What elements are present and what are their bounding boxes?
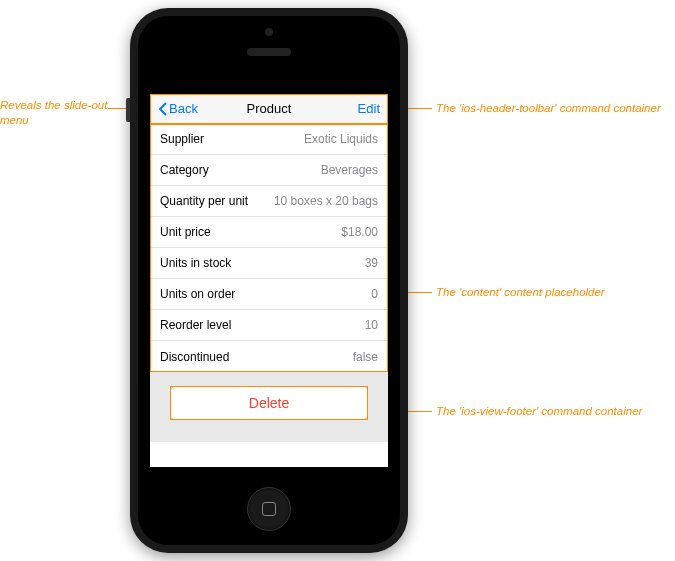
annotation-content: The 'content' content placeholder [436, 285, 605, 300]
ios-view-footer: Delete [150, 372, 388, 442]
annotation-footer: The 'ios-view-footer' command container [436, 404, 642, 419]
field-label: Units on order [160, 287, 235, 301]
field-value: 10 boxes x 20 bags [274, 194, 378, 208]
annotation-toolbar: The 'ios-header-toolbar' command contain… [436, 101, 661, 116]
back-button[interactable]: Back [158, 101, 198, 116]
delete-button[interactable]: Delete [170, 386, 368, 420]
field-value: Exotic Liquids [304, 132, 378, 146]
field-label: Quantity per unit [160, 194, 248, 208]
list-item: Units in stock 39 [150, 248, 388, 279]
list-item: Category Beverages [150, 155, 388, 186]
list-item: Discontinued false [150, 341, 388, 372]
field-value: 10 [365, 318, 378, 332]
camera-icon [265, 28, 273, 36]
screen: Back Product Edit Supplier Exotic Liquid… [150, 94, 388, 467]
annotation-back: Reveals the slide-out menu [0, 98, 115, 128]
field-value: 0 [371, 287, 378, 301]
list-item: Quantity per unit 10 boxes x 20 bags [150, 186, 388, 217]
home-icon [262, 502, 276, 516]
page-title: Product [247, 101, 292, 116]
chevron-left-icon [158, 102, 167, 116]
ios-header-toolbar: Back Product Edit [150, 94, 388, 124]
field-value: $18.00 [341, 225, 378, 239]
field-label: Discontinued [160, 350, 229, 364]
field-label: Category [160, 163, 209, 177]
list-item: Unit price $18.00 [150, 217, 388, 248]
list-item: Units on order 0 [150, 279, 388, 310]
field-label: Units in stock [160, 256, 231, 270]
field-label: Reorder level [160, 318, 231, 332]
back-label: Back [169, 101, 198, 116]
field-value: false [353, 350, 378, 364]
speaker-icon [247, 48, 291, 56]
field-label: Unit price [160, 225, 211, 239]
list-item: Supplier Exotic Liquids [150, 124, 388, 155]
content: Supplier Exotic Liquids Category Beverag… [150, 124, 388, 372]
field-value: Beverages [321, 163, 378, 177]
edit-button[interactable]: Edit [358, 101, 380, 116]
field-label: Supplier [160, 132, 204, 146]
field-value: 39 [365, 256, 378, 270]
home-button[interactable] [247, 487, 291, 531]
list-item: Reorder level 10 [150, 310, 388, 341]
phone-frame: Back Product Edit Supplier Exotic Liquid… [130, 8, 408, 553]
